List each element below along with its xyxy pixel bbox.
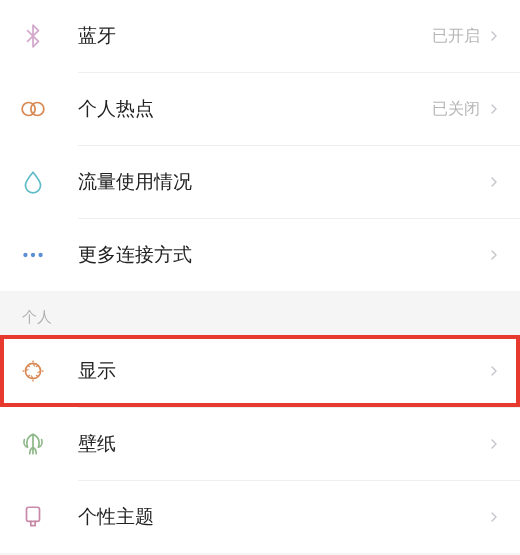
chevron-right-icon	[486, 247, 502, 263]
label-themes: 个性主题	[78, 504, 486, 530]
bluetooth-icon	[20, 23, 78, 49]
chevron-right-icon	[486, 509, 502, 525]
chevron-right-icon	[486, 101, 502, 117]
label-bluetooth: 蓝牙	[78, 23, 432, 49]
chevron-right-icon	[486, 436, 502, 452]
section-personal: 显示 壁纸 个性主题	[0, 335, 520, 553]
label-wallpaper: 壁纸	[78, 431, 486, 457]
status-bluetooth: 已开启	[432, 26, 480, 47]
wallpaper-icon	[20, 431, 78, 457]
display-icon	[20, 358, 78, 384]
section-header-personal: 个人	[0, 291, 520, 335]
row-hotspot[interactable]: 个人热点 已关闭	[0, 73, 520, 145]
chevron-right-icon	[486, 174, 502, 190]
chevron-right-icon	[486, 363, 502, 379]
data-usage-icon	[20, 169, 78, 195]
themes-icon	[20, 504, 78, 530]
chevron-right-icon	[486, 28, 502, 44]
svg-point-3	[31, 253, 35, 257]
row-themes[interactable]: 个性主题	[0, 481, 520, 553]
hotspot-icon	[20, 96, 78, 122]
row-more-connections[interactable]: 更多连接方式	[0, 219, 520, 291]
more-icon	[20, 242, 78, 268]
section-header-label: 个人	[22, 308, 52, 327]
row-data-usage[interactable]: 流量使用情况	[0, 146, 520, 218]
status-hotspot: 已关闭	[432, 99, 480, 120]
label-hotspot: 个人热点	[78, 96, 432, 122]
svg-point-1	[31, 103, 44, 116]
row-bluetooth[interactable]: 蓝牙 已开启	[0, 0, 520, 72]
section-connectivity: 蓝牙 已开启 个人热点 已关闭 流量使用情况	[0, 0, 520, 291]
svg-rect-6	[27, 507, 40, 521]
svg-point-4	[38, 253, 42, 257]
label-display: 显示	[78, 358, 486, 384]
svg-point-2	[23, 253, 27, 257]
label-data-usage: 流量使用情况	[78, 169, 486, 195]
row-display[interactable]: 显示	[0, 335, 520, 407]
row-wallpaper[interactable]: 壁纸	[0, 408, 520, 480]
label-more-connections: 更多连接方式	[78, 242, 486, 268]
